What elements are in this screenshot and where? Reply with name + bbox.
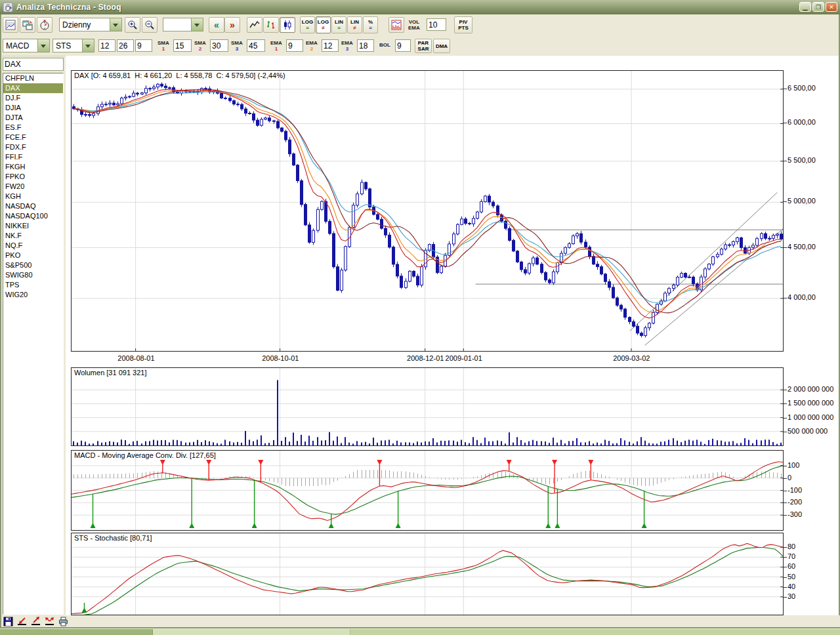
sidebar-item-DAX[interactable]: DAX [3, 83, 63, 93]
interval-select[interactable]: Dzienny [59, 18, 122, 31]
symbol-filter-input[interactable] [3, 58, 64, 71]
stochastic-chart[interactable] [72, 533, 783, 615]
lin-equal-button[interactable]: LIN = [331, 16, 346, 33]
sidebar-item-NIKKEI[interactable]: NIKKEI [3, 221, 63, 231]
sidebar-item-DJTA[interactable]: DJTA [3, 113, 63, 123]
double-right-arrow-icon: » [230, 20, 235, 30]
candlestick-icon [282, 20, 293, 30]
taskbar-window-segment[interactable] [153, 629, 350, 635]
volume-panel[interactable]: Wolumen [31 091 321] [71, 367, 784, 446]
save-button[interactable] [3, 616, 15, 627]
sidebar-item-FFI.F[interactable]: FFI.F [3, 152, 63, 162]
sidebar-item-NASDAQ100[interactable]: NASDAQ100 [3, 211, 63, 221]
percent-button[interactable]: % = [363, 16, 378, 33]
printer-icon [58, 617, 68, 626]
volume-axis-label: 500 000 000 [788, 427, 828, 435]
symbol-list[interactable]: CHFPLNDAXDJ.FDJIADJTAES.FFCE.FFDX.FFFI.F… [3, 73, 64, 615]
sidebar-item-KGH[interactable]: KGH [3, 192, 63, 201]
sidebar-item-S&P500[interactable]: S&P500 [3, 260, 63, 270]
sidebar-item-DJ.F[interactable]: DJ.F [3, 93, 63, 103]
indicator2-select[interactable]: STS [52, 39, 94, 52]
sidebar-item-FW20[interactable]: FW20 [3, 182, 63, 192]
sidebar-item-NQ.F[interactable]: NQ.F [3, 241, 63, 251]
range-select[interactable] [163, 18, 203, 31]
zoom-out-button[interactable] [142, 17, 158, 33]
date-label: 2009-01-01 [436, 354, 492, 362]
ema2-input[interactable] [322, 39, 339, 52]
pivot-points-button[interactable]: PIV PTS [454, 16, 472, 33]
sidebar-item-DJIA[interactable]: DJIA [3, 103, 63, 113]
chart-settings-button[interactable] [3, 17, 18, 33]
log-equal-button[interactable]: LOG = [300, 16, 315, 33]
sma3-input[interactable] [247, 39, 265, 52]
minimize-button[interactable]: ▁ [799, 2, 811, 12]
price-chart[interactable] [72, 71, 783, 351]
macd-axis-label: -300 [788, 510, 802, 518]
sidebar-item-NK.F[interactable]: NK.F [3, 231, 63, 241]
close-button[interactable]: ✕ [826, 2, 837, 12]
lin-notequal-button[interactable]: LIN ≠ [347, 16, 362, 33]
volume-title: Wolumen [31 091 321] [74, 369, 146, 377]
parabolic-sar-button[interactable]: PAR SAR [415, 39, 432, 53]
zoom-in-button[interactable] [125, 17, 140, 33]
timer-button[interactable] [37, 17, 52, 33]
save-icon [3, 617, 13, 626]
volume-axis-label: 1 500 000 000 [788, 399, 833, 407]
expand-button[interactable] [44, 616, 56, 627]
sidebar-item-FDX.F[interactable]: FDX.F [3, 142, 63, 152]
double-left-arrow-icon: « [214, 20, 219, 30]
ohlc-chart-button[interactable] [263, 17, 279, 33]
price-chart-panel[interactable]: DAX [O: 4 659,81 H: 4 661,20 L: 4 558,78… [71, 70, 784, 352]
macd-chart[interactable] [72, 451, 783, 530]
ema1-input[interactable] [286, 39, 303, 52]
macd-signal-input[interactable] [135, 39, 152, 52]
bollinger-input[interactable] [395, 39, 411, 52]
ema-label: EMA [408, 25, 420, 31]
maximize-button[interactable]: ❐ [812, 2, 824, 12]
sidebar-item-SWIG80[interactable]: SWIG80 [3, 270, 63, 280]
macd-panel[interactable]: MACD - Moving Average Conv. Div. [127,65… [71, 450, 784, 531]
stochastic-panel[interactable]: STS - Stochastic [80,71] [71, 533, 784, 615]
java-app-icon [3, 2, 13, 12]
import-button[interactable] [16, 616, 29, 627]
dma-button[interactable]: DMA [433, 39, 450, 53]
sidebar-item-NASDAQ[interactable]: NASDAQ [3, 201, 63, 211]
volume-chart-button[interactable] [388, 17, 404, 33]
chart-table-icon [5, 20, 16, 30]
interval-value: Dzienny [60, 20, 110, 30]
export-button[interactable] [30, 616, 43, 627]
sidebar-item-WIG20[interactable]: WIG20 [3, 290, 63, 300]
ema3-num: 3 [346, 46, 348, 52]
sidebar-item-FKGH[interactable]: FKGH [3, 162, 63, 172]
sidebar-item-ES.F[interactable]: ES.F [3, 123, 63, 133]
scroll-back-button[interactable]: « [209, 17, 224, 33]
macd-slow-input[interactable] [117, 39, 134, 52]
sma-text: SMA [194, 40, 206, 46]
price-axis-label: 6 500,00 [788, 84, 816, 92]
sidebar-item-CHFPLN[interactable]: CHFPLN [3, 73, 63, 83]
vol-label: VOL [409, 19, 419, 25]
candlestick-chart-button[interactable] [280, 17, 295, 33]
sts-axis-label: 60 [788, 562, 795, 570]
log-notequal-button[interactable]: LOG ≠ [316, 16, 331, 33]
line-chart-button[interactable] [247, 17, 262, 33]
print-button[interactable] [58, 616, 70, 627]
ema3-input[interactable] [357, 39, 374, 52]
windows-layout-button[interactable] [20, 17, 35, 33]
titlebar[interactable]: Analiza Techniczna - Stooq ▁ ❐ ✕ [0, 0, 840, 14]
indicator1-select[interactable]: MACD [3, 39, 50, 52]
sma2-num: 2 [199, 46, 201, 52]
lin-equal-label: LIN [335, 19, 343, 25]
ema-text: EMA [341, 40, 353, 46]
volume-chart[interactable] [72, 368, 783, 445]
taskbar-start-segment[interactable] [0, 629, 153, 635]
sidebar-item-FPKO[interactable]: FPKO [3, 172, 63, 182]
sidebar-item-FCE.F[interactable]: FCE.F [3, 133, 63, 142]
sidebar-item-TPS[interactable]: TPS [3, 280, 63, 290]
macd-fast-input[interactable] [98, 39, 116, 52]
sma2-input[interactable] [210, 39, 228, 52]
scroll-forward-button[interactable]: » [224, 17, 240, 33]
sidebar-item-PKO[interactable]: PKO [3, 251, 63, 260]
sma1-input[interactable] [173, 39, 192, 52]
vol-ema-input[interactable] [427, 18, 446, 31]
